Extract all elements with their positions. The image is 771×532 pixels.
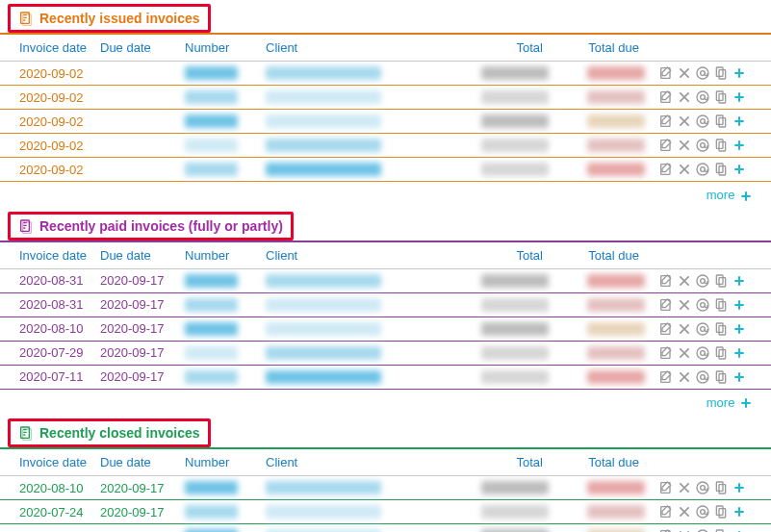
delete-icon[interactable]	[677, 89, 692, 105]
plus-icon[interactable]	[732, 65, 747, 81]
table-row[interactable]: 2020-08-312020-09-17	[0, 292, 771, 317]
issued-more-link[interactable]: more	[707, 188, 754, 202]
email-icon[interactable]	[695, 138, 710, 153]
plus-icon[interactable]	[732, 504, 747, 519]
col-due-date[interactable]: Due date	[96, 35, 181, 62]
plus-icon[interactable]	[732, 162, 747, 177]
delete-icon[interactable]	[677, 297, 692, 313]
col-invoice-date[interactable]: Invoice date	[0, 449, 96, 476]
col-client[interactable]: Client	[262, 449, 420, 476]
edit-icon[interactable]	[658, 321, 674, 337]
edit-icon[interactable]	[658, 138, 674, 153]
col-number[interactable]: Number	[181, 449, 262, 476]
delete-icon[interactable]	[677, 65, 692, 81]
duplicate-icon[interactable]	[713, 65, 729, 81]
plus-icon[interactable]	[732, 297, 747, 313]
email-icon[interactable]	[695, 321, 710, 337]
duplicate-icon[interactable]	[713, 345, 729, 361]
table-row[interactable]: 2020-09-02	[0, 110, 771, 134]
delete-icon[interactable]	[677, 480, 692, 495]
email-icon[interactable]	[695, 89, 710, 105]
duplicate-icon[interactable]	[713, 138, 729, 153]
table-row[interactable]: 2020-09-02	[0, 158, 771, 182]
col-total[interactable]: Total	[420, 35, 553, 62]
email-icon[interactable]	[695, 504, 710, 519]
table-row[interactable]: 2020-08-102020-09-17	[0, 476, 771, 500]
duplicate-icon[interactable]	[713, 297, 729, 313]
plus-icon[interactable]	[732, 273, 747, 289]
col-invoice-date[interactable]: Invoice date	[0, 242, 96, 269]
table-row[interactable]: 2020-09-02	[0, 86, 771, 110]
edit-icon[interactable]	[658, 89, 674, 105]
email-icon[interactable]	[695, 369, 710, 385]
col-due-date[interactable]: Due date	[96, 449, 181, 476]
plus-icon[interactable]	[732, 321, 747, 337]
delete-icon[interactable]	[677, 528, 692, 532]
email-icon[interactable]	[695, 162, 710, 177]
duplicate-icon[interactable]	[713, 321, 729, 337]
duplicate-icon[interactable]	[713, 528, 729, 532]
col-total-due[interactable]: Total due	[553, 449, 649, 476]
plus-icon[interactable]	[732, 89, 747, 105]
delete-icon[interactable]	[677, 321, 692, 337]
email-icon[interactable]	[695, 297, 710, 313]
edit-icon[interactable]	[658, 273, 674, 289]
duplicate-icon[interactable]	[713, 162, 729, 177]
plus-icon[interactable]	[732, 369, 747, 385]
row-actions	[653, 504, 767, 519]
table-row[interactable]: 2020-07-112020-09-17	[0, 365, 771, 389]
col-invoice-date[interactable]: Invoice date	[0, 35, 96, 62]
duplicate-icon[interactable]	[713, 114, 729, 129]
email-icon[interactable]	[695, 114, 710, 129]
col-total[interactable]: Total	[420, 449, 553, 476]
table-row[interactable]: 2020-07-242020-09-17	[0, 500, 771, 524]
table-row[interactable]: 2020-08-102020-09-17	[0, 317, 771, 341]
delete-icon[interactable]	[677, 138, 692, 153]
col-client[interactable]: Client	[262, 35, 420, 62]
table-row[interactable]: 2020-08-312020-09-17	[0, 268, 771, 292]
duplicate-icon[interactable]	[713, 504, 729, 519]
edit-icon[interactable]	[658, 480, 674, 495]
edit-icon[interactable]	[658, 114, 674, 129]
delete-icon[interactable]	[677, 114, 692, 129]
edit-icon[interactable]	[658, 345, 674, 361]
delete-icon[interactable]	[677, 273, 692, 289]
paid-more-link[interactable]: more	[707, 395, 754, 410]
edit-icon[interactable]	[658, 65, 674, 81]
plus-icon[interactable]	[732, 480, 747, 495]
plus-icon[interactable]	[732, 528, 747, 532]
col-number[interactable]: Number	[181, 35, 262, 62]
plus-icon[interactable]	[732, 114, 747, 129]
edit-icon[interactable]	[658, 504, 674, 519]
duplicate-icon[interactable]	[713, 369, 729, 385]
delete-icon[interactable]	[677, 369, 692, 385]
email-icon[interactable]	[695, 273, 710, 289]
delete-icon[interactable]	[677, 345, 692, 361]
col-total[interactable]: Total	[420, 242, 553, 269]
edit-icon[interactable]	[658, 528, 674, 532]
table-row[interactable]: 2020-09-02	[0, 62, 771, 86]
col-total-due[interactable]: Total due	[553, 35, 649, 62]
delete-icon[interactable]	[677, 504, 692, 519]
edit-icon[interactable]	[658, 369, 674, 385]
col-client[interactable]: Client	[262, 242, 420, 269]
cell-actions	[649, 86, 771, 110]
edit-icon[interactable]	[658, 162, 674, 177]
duplicate-icon[interactable]	[713, 89, 729, 105]
plus-icon[interactable]	[732, 138, 747, 153]
email-icon[interactable]	[695, 65, 710, 81]
email-icon[interactable]	[695, 528, 710, 532]
duplicate-icon[interactable]	[713, 273, 729, 289]
col-due-date[interactable]: Due date	[96, 242, 181, 269]
table-row[interactable]: 2020-07-292020-09-17	[0, 341, 771, 365]
col-number[interactable]: Number	[181, 242, 262, 269]
table-row[interactable]: 2020-07-112020-09-17	[0, 524, 771, 532]
duplicate-icon[interactable]	[713, 480, 729, 495]
plus-icon[interactable]	[732, 345, 747, 361]
col-total-due[interactable]: Total due	[553, 242, 649, 269]
email-icon[interactable]	[695, 345, 710, 361]
email-icon[interactable]	[695, 480, 710, 495]
delete-icon[interactable]	[677, 162, 692, 177]
table-row[interactable]: 2020-09-02	[0, 134, 771, 158]
edit-icon[interactable]	[658, 297, 674, 313]
